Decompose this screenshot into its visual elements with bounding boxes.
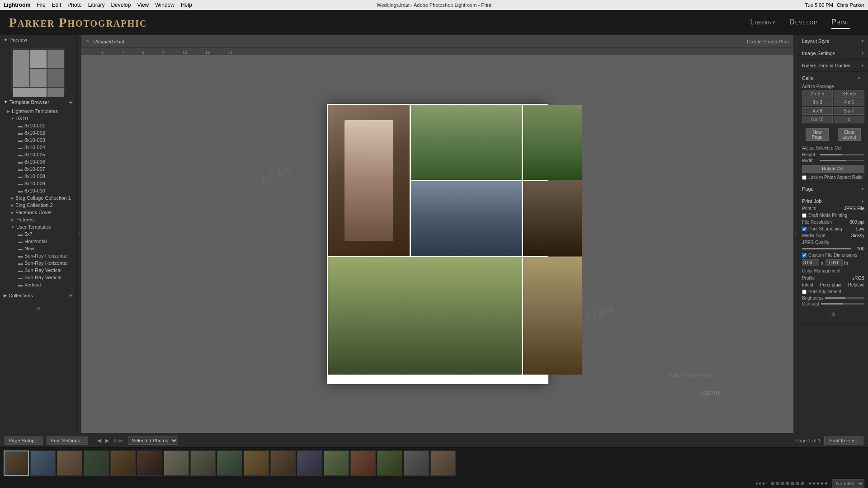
tree-8x10-003[interactable]: ▬ 8x10-003 (0, 136, 76, 144)
film-thumb-5[interactable] (110, 450, 136, 476)
print-to-file-btn[interactable]: Print to File... (824, 436, 863, 445)
menu-photo[interactable]: Photo (67, 2, 81, 8)
film-thumb-17[interactable] (430, 450, 456, 476)
bt-nav-prev[interactable]: ◀ (96, 436, 103, 445)
tree-8x10-009[interactable]: ▬ 8x10-009 (0, 180, 76, 187)
package-btn-4[interactable]: 4 x 6 (834, 99, 864, 106)
new-page-btn[interactable]: New Page (806, 128, 829, 141)
tree-8x10-007[interactable]: ▬ 8x10-007 (0, 165, 76, 173)
tree-sunray-v2[interactable]: ▬ Sun-Ray Vertical (0, 274, 76, 281)
custom-dimensions-checkbox[interactable]: Custom File Dimensions (798, 252, 868, 258)
tree-8x10-004[interactable]: ▬ 8x10-004 (0, 144, 76, 151)
tree-8x10-010[interactable]: ▬ 8x10-010 (0, 187, 76, 194)
template-add-btn[interactable]: + (69, 99, 73, 106)
tree-sunray-h2[interactable]: ▬ Sun-Ray Horizontal (0, 259, 76, 267)
create-saved-print-btn[interactable]: Create Saved Print (747, 39, 789, 44)
brightness-slider[interactable] (825, 297, 864, 299)
tree-user-templates[interactable]: ▼ User Templates (0, 223, 76, 230)
filter-select[interactable]: No Filter (832, 479, 864, 488)
jpeg-slider[interactable] (802, 248, 851, 249)
package-btn-2[interactable]: 3.5 x 5 (834, 90, 864, 98)
dim-height-input[interactable] (826, 259, 843, 266)
film-thumb-15[interactable] (377, 450, 402, 476)
tree-facebook[interactable]: ▶ Facebook Cover (0, 209, 76, 216)
package-btn-1[interactable]: 2 x 2.5 (802, 90, 833, 98)
dim-width-input[interactable] (802, 259, 819, 266)
rotate-cell-btn[interactable]: Rotate Cell (802, 165, 864, 173)
tree-8x10-008[interactable]: ▬ 8x10-008 (0, 173, 76, 180)
menu-library[interactable]: Library (88, 2, 105, 8)
package-btn-5[interactable]: 4 x 6 (802, 107, 833, 115)
draft-checkbox-input[interactable] (802, 213, 807, 218)
film-thumb-8[interactable] (190, 450, 216, 476)
tree-blog-collection2[interactable]: ▶ Blog Collection 2 (0, 202, 76, 209)
package-btn-7[interactable]: 8 x 10 (802, 116, 833, 123)
clear-layout-btn[interactable]: Clear Layout (838, 128, 861, 141)
layout-style-header[interactable]: Layout Style ▼ (798, 37, 868, 45)
photo-cell-1[interactable] (328, 105, 410, 256)
menu-items[interactable]: File Edit Photo Library Develop View Win… (37, 2, 192, 8)
package-btn-8[interactable]: x (834, 116, 864, 123)
tree-lightroom-templates[interactable]: ▶ Lightroom Templates (0, 108, 76, 115)
lock-aspect-checkbox[interactable]: Lock to Photo Aspect Ratio (798, 174, 868, 181)
film-thumb-7[interactable] (164, 450, 189, 476)
menu-develop[interactable]: Develop (111, 2, 131, 8)
rulers-header[interactable]: Rulers, Grid & Guides ▼ (798, 61, 868, 70)
film-thumb-4[interactable] (84, 450, 109, 476)
preview-header[interactable]: ▼ Preview (0, 35, 76, 44)
intent-perceptual[interactable]: Perceptual (820, 282, 842, 287)
film-thumb-6[interactable] (137, 450, 162, 476)
image-settings-header[interactable]: Image Settings ▼ (798, 49, 868, 57)
tree-8x10-005[interactable]: ▬ 8x10-005 (0, 151, 76, 158)
film-thumb-2[interactable] (30, 450, 56, 476)
package-btn-6[interactable]: 5 x 7 (834, 107, 864, 115)
film-thumb-12[interactable] (297, 450, 322, 476)
nav-tab-print[interactable]: Print (831, 16, 850, 29)
left-panel-edge[interactable]: ‹ (77, 35, 81, 433)
tree-8x10-002[interactable]: ▬ 8x10-002 (0, 129, 76, 136)
menu-window[interactable]: Window (155, 2, 175, 8)
page-header[interactable]: Page ▼ (798, 185, 868, 193)
collections-header[interactable]: ▶ Collections + (0, 290, 76, 301)
tree-blog-collage[interactable]: ▶ Blog Collage Collection 1 (0, 194, 76, 202)
width-slider[interactable] (820, 160, 864, 161)
film-thumb-13[interactable] (324, 450, 349, 476)
photo-cell-6[interactable] (328, 257, 522, 375)
photo-cell-3[interactable] (523, 105, 582, 180)
film-thumb-11[interactable] (270, 450, 296, 476)
film-thumb-9[interactable] (217, 450, 242, 476)
nav-tab-develop[interactable]: Develop (789, 16, 818, 29)
bt-nav-next[interactable]: ▶ (104, 436, 110, 445)
page-setup-btn[interactable]: Page Setup... (5, 436, 43, 445)
photo-cell-4[interactable] (411, 181, 522, 256)
cells-header[interactable]: Cells ▲ (798, 74, 868, 82)
photo-cell-5[interactable] (523, 181, 582, 256)
contrast-slider[interactable] (821, 303, 864, 305)
bt-use-select[interactable]: Selected Photos (128, 436, 178, 445)
print-adj-input[interactable] (802, 290, 807, 294)
tree-new[interactable]: ▬ New (0, 245, 76, 252)
tree-8x10[interactable]: ▼ 8X10 (0, 115, 76, 122)
package-btn-3[interactable]: 3 x 3 (802, 99, 833, 106)
film-thumb-14[interactable] (350, 450, 376, 476)
nav-tab-library[interactable]: Library (750, 16, 776, 29)
lock-checkbox-input[interactable] (802, 175, 807, 180)
film-thumb-1[interactable] (4, 450, 29, 476)
film-thumb-16[interactable] (404, 450, 429, 476)
menu-help[interactable]: Help (181, 2, 192, 8)
tree-5x7[interactable]: ▬ 5x7 (0, 230, 76, 238)
sharpening-checkbox[interactable] (802, 227, 807, 231)
print-settings-btn[interactable]: Print Settings... (47, 436, 89, 445)
menu-edit[interactable]: Edit (52, 2, 61, 8)
template-browser-header[interactable]: ▼ Template Browser + (0, 97, 76, 108)
tree-sunray-h[interactable]: ▬ Sun-Ray Horizontal (0, 252, 76, 259)
film-thumb-10[interactable] (244, 450, 269, 476)
print-adj-checkbox[interactable]: Print Adjustment (798, 288, 868, 295)
menu-file[interactable]: File (37, 2, 45, 8)
draft-mode-checkbox[interactable]: Draft Mode Printing (798, 212, 868, 219)
collections-add-btn[interactable]: + (69, 292, 73, 299)
tree-pinterest[interactable]: ▶ Pinterest (0, 216, 76, 223)
tree-8x10-001[interactable]: ▬ 8x10-001 (0, 122, 76, 129)
photo-cell-7[interactable] (523, 257, 582, 375)
intent-relative[interactable]: Relative (848, 282, 864, 287)
